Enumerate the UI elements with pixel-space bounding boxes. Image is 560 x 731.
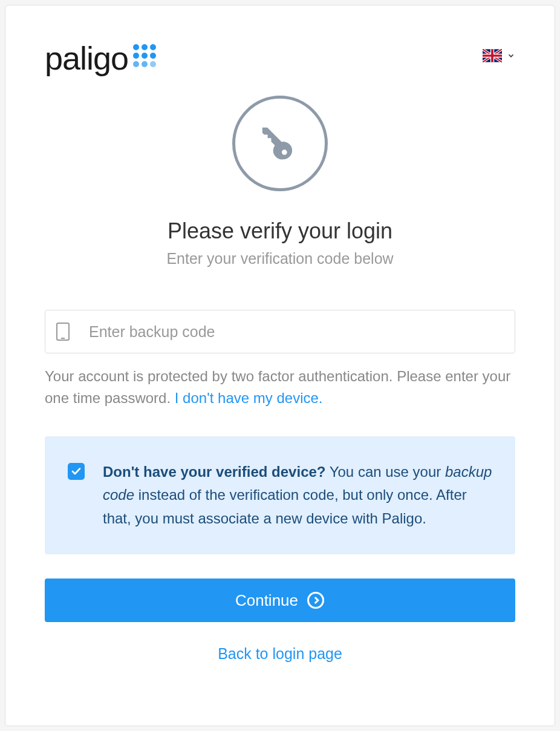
help-text: Your account is protected by two factor … [45,366,515,409]
info-text-p1: You can use your [325,464,444,480]
backup-code-input[interactable] [45,310,515,353]
key-icon-circle [232,96,328,191]
checkmark-icon [71,467,81,476]
info-text: Don't have your verified device? You can… [103,461,492,530]
svg-rect-1 [57,323,69,340]
no-device-link[interactable]: I don't have my device. [175,390,323,406]
login-verify-card: paligo [5,5,555,726]
svg-point-3 [308,593,324,608]
code-input-group [45,310,515,353]
key-icon [259,122,301,165]
info-text-p2: instead of the verification code, but on… [103,487,467,526]
page-subtitle: Enter your verification code below [45,250,515,267]
continue-label: Continue [235,591,298,610]
back-to-login-link[interactable]: Back to login page [45,645,515,663]
chevron-down-icon [507,51,515,60]
continue-button[interactable]: Continue [45,579,515,622]
page-title: Please verify your login [45,218,515,244]
paligo-logo: paligo [45,42,156,74]
logo-text: paligo [45,42,128,74]
language-selector[interactable] [483,49,515,62]
logo-dots-icon [133,44,156,67]
phone-icon [56,322,70,341]
header: paligo [45,42,515,74]
uk-flag-icon [483,49,502,62]
backup-code-info-box: Don't have your verified device? You can… [45,436,515,554]
arrow-right-circle-icon [307,591,325,609]
info-bold-text: Don't have your verified device? [103,464,325,480]
info-checkbox[interactable] [68,463,85,480]
